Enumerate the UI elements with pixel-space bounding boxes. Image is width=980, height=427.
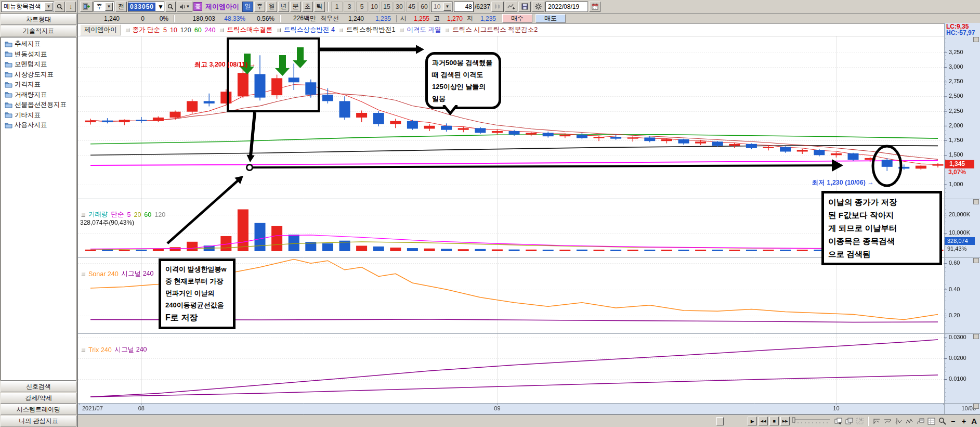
timeframe-button-초[interactable]: 초 [302,2,313,12]
zoom-out-button[interactable]: − [948,417,958,425]
legend-item[interactable]: Sonar 240시그널 240 [81,269,154,278]
annotation-line: 으로 검색됨 [828,248,935,261]
chevron-down-icon[interactable]: ▼ [105,3,113,11]
wave-tool-icon[interactable] [905,417,914,425]
timeframe-button-틱[interactable]: 틱 [314,2,325,12]
volume-current-value: 328,074주(90,43%) [80,218,134,227]
chevron-down-icon[interactable]: ▼ [158,3,164,10]
tick-unit-combo[interactable]: 10 ▼ [431,2,453,12]
compare-chart-button[interactable] [491,2,504,12]
tick-count-button-10[interactable]: 10 [369,2,380,12]
sonar-pane-legend[interactable]: Sonar 240시그널 240 [81,269,154,278]
legend-text: 120 [154,211,165,218]
sidebar-header-technical[interactable]: 기술적지표 [1,25,76,36]
chevron-down-icon[interactable]: ▼ [45,3,53,11]
fast-forward-button[interactable]: ▶▶ [780,417,790,425]
timeframe-button-분[interactable]: 분 [290,2,301,12]
legend-text: Trix 240 [88,346,112,354]
legend-item[interactable]: 이격도 과열 [399,25,441,34]
updown-tool-icon[interactable] [894,417,903,425]
zoom-area-icon[interactable] [855,417,865,425]
sidebar-item-거래량지표[interactable]: 거래량지표 [1,90,76,100]
timeframe-button-주[interactable]: 주 [254,2,265,12]
tick-count-button-1[interactable]: 1 [331,2,343,12]
stock-code-input[interactable]: 033050 ▼ [128,2,164,12]
zoom-slider[interactable]: ' [791,417,832,425]
callout-bubble-annotation[interactable]: 과거500봉 검색했을때 검색된 이격도125이상인 날들의일봉 [425,52,501,109]
menu-collapse-button[interactable]: ↓ [66,2,76,12]
horizontal-scrollbar-thumb[interactable] [716,417,724,425]
sidebar-item-기타지표[interactable]: 기타지표 [1,110,76,121]
chart-grid-icon[interactable] [926,417,936,425]
date-picker[interactable]: 2022/08/19 [545,2,588,12]
tick-count-button-45[interactable]: 45 [406,2,417,12]
sidebar-item-사용자지표[interactable]: 사용자지표 [1,120,76,131]
sidebar-item-가격지표[interactable]: 가격지표 [1,80,76,90]
close-below-f-annotation[interactable]: 이날의 종가가 저장된 F값보다 작아지게 되므로 이날부터이종목은 종목검색으… [821,191,942,265]
sidebar-item-변동성지표[interactable]: 변동성지표 [1,49,76,60]
buy-button[interactable]: 매수 [502,14,532,23]
chart-settings-button[interactable] [532,2,544,12]
timeframe-button-일[interactable]: 일 [242,2,253,12]
toolbar-divider [328,2,329,11]
tick-count-button-30[interactable]: 30 [394,2,405,12]
font-size-button[interactable]: A [970,417,977,425]
cascade-windows-icon[interactable] [844,417,854,425]
stop-button[interactable]: ■ [769,417,779,425]
magnifier-icon[interactable] [937,417,947,425]
code-search-button[interactable] [165,2,176,12]
sound-alert-button[interactable]: ▼ [177,2,192,12]
market-combo[interactable]: 주 ▼ [94,2,114,12]
chevron-down-icon[interactable]: ▼ [443,3,451,11]
zoom-slider-handle[interactable] [792,418,795,422]
menu-search-button[interactable] [55,2,65,12]
sidebar-item-시장강도지표[interactable]: 시장강도지표 [1,70,76,80]
legend-bullet-icon [81,348,85,352]
rewind-button[interactable]: ◀◀ [759,417,768,425]
legend-item[interactable]: 트릭스하락반전1 [339,25,395,34]
sidebar-item-system-trading[interactable]: 시스템트레이딩 [1,404,76,415]
tick-count-button-3[interactable]: 3 [344,2,355,12]
calendar-button[interactable] [589,2,600,12]
new-window-icon[interactable] [833,417,843,425]
menu-search-combo[interactable]: 메뉴항목검색 ▼ [1,2,54,12]
tick-count-button-60[interactable]: 60 [419,2,430,12]
legend-item[interactable]: 거래량단순52060120 [81,210,165,219]
sidebar-item-선물옵션전용지표[interactable]: 선물옵션전용지표 [1,100,76,110]
legend-text: 트릭스하락반전1 [346,25,395,34]
highest-price-marker: 최고 3,200 (08/11) → [194,60,256,69]
trix-pane-legend[interactable]: Trix 240시그널 240 [81,345,147,354]
legend-item[interactable]: 트릭스매수결론 [219,25,272,34]
legend-item[interactable]: 종가 단순51012060240 [125,25,216,34]
prev-stock-button[interactable]: 전 [115,2,127,12]
legend-item[interactable]: 트릭스 시그트릭스 적분감소2 [445,25,538,34]
resistance-tool-icon[interactable] [883,417,892,425]
add-indicator-button[interactable] [505,2,517,12]
sidebar-item-signal-search[interactable]: 신호검색 [1,381,76,392]
annotation-line: 이종목은 종목검색 [828,235,935,248]
save-chart-button[interactable] [518,2,531,12]
sidebar-header-chart-type[interactable]: 차트형태 [1,14,76,25]
tick-count-button-5[interactable]: 5 [356,2,368,12]
timeframe-button-월[interactable]: 월 [266,2,277,12]
legend-text: 트릭스 시그트릭스 적분감소2 [452,25,538,34]
chart-tab[interactable]: 제이엠아이 [80,24,121,35]
legend-item[interactable]: 트릭스상승반전 4 [277,25,335,34]
window-switch-button[interactable] [80,2,93,12]
sidebar-item-모멘텀지표[interactable]: 모멘텀지표 [1,59,76,70]
trendline-tool-icon[interactable] [872,417,881,425]
volume-pane-legend[interactable]: 거래량단순52060120 [81,210,165,219]
sidebar-item-bull-bear[interactable]: 강세/약세 [1,393,76,404]
legend-item[interactable]: Trix 240시그널 240 [81,345,147,354]
timeframe-button-년[interactable]: 년 [278,2,289,12]
sell-button[interactable]: 매도 [535,14,566,23]
f-value-annotation[interactable]: 이격이 발생한일봉w중 현재로부터 가장먼과거인 이날의240이동평균선값을 F… [159,258,236,329]
chevron-down-icon[interactable]: ▼ [186,4,190,9]
annotation-tool-icon[interactable] [916,417,925,425]
bar-index-input[interactable] [454,2,474,12]
sidebar-item-추세지표[interactable]: 추세지표 [1,39,76,49]
tick-count-button-15[interactable]: 15 [381,2,393,12]
sidebar-item-my-indicators[interactable]: 나의 관심지표 [1,416,76,426]
play-button[interactable]: ▶ [748,417,757,425]
zoom-in-button[interactable]: + [959,417,969,425]
